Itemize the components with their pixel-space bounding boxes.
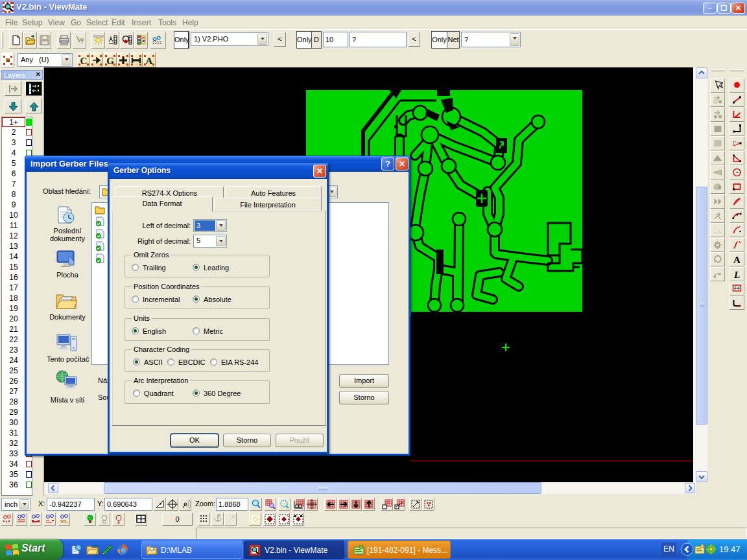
svg-text:C: C xyxy=(80,56,88,66)
svg-text:?: ? xyxy=(80,37,84,45)
svg-text:A: A xyxy=(733,255,741,265)
svg-text:A: A xyxy=(146,56,153,66)
svg-text:L: L xyxy=(733,270,740,280)
svg-text:G: G xyxy=(106,56,114,66)
